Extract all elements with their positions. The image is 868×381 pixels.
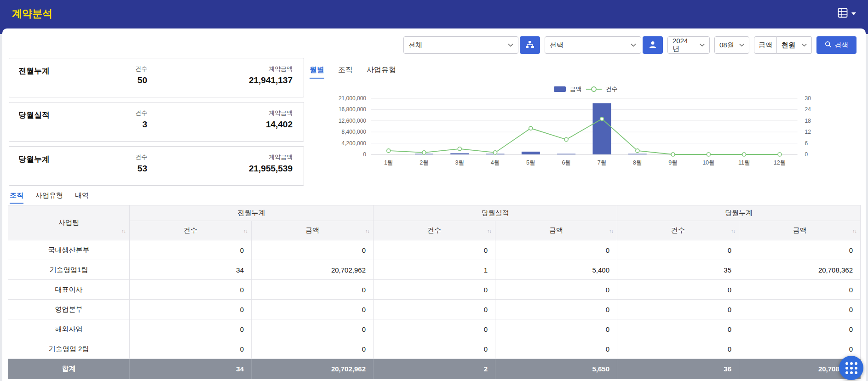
filter-bar: 전체 선택: [403, 36, 857, 54]
col-header-team[interactable]: 사업팀↑↓: [8, 205, 130, 240]
value-cell: 0: [374, 280, 495, 300]
year-select[interactable]: 2024 년: [667, 36, 710, 54]
app-launcher-button[interactable]: [839, 356, 863, 380]
chart-panel: 월별조직사업유형 금액 건수 004,200,00068,400,0001212…: [310, 65, 862, 181]
value-cell: 0: [617, 339, 739, 359]
table-row[interactable]: 영업본부000000: [8, 300, 861, 319]
user-select-value: 선택: [550, 41, 563, 50]
chart-line: [389, 119, 780, 154]
col-group-header: 전월누계: [130, 205, 374, 221]
table-row[interactable]: 기술영업 2팀000000: [8, 339, 861, 359]
chart-point[interactable]: [778, 153, 782, 156]
chart-point[interactable]: [564, 138, 568, 142]
org-tree-button[interactable]: [520, 36, 540, 54]
col-group-header: 당월실적: [374, 205, 617, 221]
chart-tab-2[interactable]: 사업유형: [367, 65, 396, 78]
team-cell: 기술영업1팀: [8, 260, 130, 280]
chart-point[interactable]: [671, 153, 675, 156]
table-sub-header-row: 건수↑↓금액↑↓건수↑↓금액↑↓건수↑↓금액↑↓: [8, 221, 861, 240]
x-axis-tick: 2월: [420, 159, 428, 166]
org-summary-table: 사업팀↑↓전월누계당월실적당월누계건수↑↓금액↑↓건수↑↓금액↑↓건수↑↓금액↑…: [8, 205, 861, 379]
user-filter-group: 선택: [545, 36, 663, 54]
chart-tab-0[interactable]: 월별: [310, 65, 324, 79]
sort-icon[interactable]: ↑↓: [731, 228, 735, 233]
chart-point[interactable]: [742, 153, 746, 156]
table-row[interactable]: 국내생산본부000000: [8, 240, 861, 260]
total-value: 36: [617, 359, 739, 379]
sort-icon[interactable]: ↑↓: [852, 228, 857, 233]
chevron-down-icon: [508, 43, 513, 47]
chart-bar[interactable]: [557, 154, 575, 154]
total-value: 2: [374, 359, 495, 379]
col-header-amount[interactable]: 금액↑↓: [252, 221, 374, 240]
sort-icon[interactable]: ↑↓: [243, 228, 247, 233]
org-select[interactable]: 전체: [403, 36, 518, 54]
x-axis-tick: 3월: [455, 159, 464, 166]
content-panel: 전체 선택: [2, 28, 866, 381]
y-axis-left-tick: 4,200,000: [342, 140, 367, 147]
chart-bar[interactable]: [592, 103, 611, 154]
value-cell: 0: [495, 240, 617, 260]
chart-point[interactable]: [422, 151, 426, 154]
y-axis-left-tick: 8,400,000: [342, 129, 367, 135]
card-title: 당월실적: [18, 110, 50, 120]
table-total-row: 합계3420,702,96225,6503620,708,612: [8, 359, 861, 379]
excel-export-button[interactable]: [837, 7, 856, 21]
org-table-wrap: 사업팀↑↓전월누계당월실적당월누계건수↑↓금액↑↓건수↑↓금액↑↓건수↑↓금액↑…: [8, 205, 860, 379]
amount-legend-label: 금액: [570, 85, 582, 93]
table-tab-0[interactable]: 조직: [10, 191, 23, 204]
person-button[interactable]: [643, 36, 663, 54]
org-select-value: 전체: [408, 41, 422, 50]
count-legend-label: 건수: [606, 85, 618, 93]
y-axis-right-tick: 18: [805, 118, 811, 124]
chart-point[interactable]: [494, 151, 497, 154]
chart-point[interactable]: [600, 117, 604, 121]
chart-point[interactable]: [707, 153, 710, 156]
unit-select-value: 천원: [782, 41, 795, 50]
search-button[interactable]: 검색: [816, 36, 857, 54]
chevron-down-icon: [700, 43, 705, 47]
table-tab-2[interactable]: 내역: [75, 191, 89, 204]
sort-icon[interactable]: ↑↓: [609, 228, 613, 233]
col-header-amount[interactable]: 금액↑↓: [739, 221, 861, 240]
month-select[interactable]: 08월: [714, 36, 749, 54]
table-tab-1[interactable]: 사업유형: [35, 191, 63, 204]
col-header-count[interactable]: 건수↑↓: [130, 221, 252, 240]
table-row[interactable]: 기술영업1팀3420,702,96215,4003520,708,362: [8, 260, 861, 280]
chart-bar[interactable]: [450, 154, 469, 154]
count-value: 53: [106, 164, 147, 174]
chart-point[interactable]: [387, 149, 391, 153]
sort-icon[interactable]: ↑↓: [121, 228, 126, 233]
user-select[interactable]: 선택: [545, 36, 641, 54]
chevron-down-icon: [851, 12, 856, 15]
col-header-amount[interactable]: 금액↑↓: [495, 221, 617, 240]
total-label: 합계: [8, 359, 130, 379]
value-cell: 5,400: [495, 260, 617, 280]
value-cell: 0: [252, 319, 374, 339]
x-axis-tick: 9월: [668, 159, 677, 166]
chart-bar[interactable]: [628, 154, 647, 155]
col-header-count[interactable]: 건수↑↓: [374, 221, 495, 240]
chart-point[interactable]: [458, 147, 461, 151]
chart-tab-1[interactable]: 조직: [338, 65, 353, 78]
team-cell: 대표이사: [8, 280, 130, 300]
value-cell: 0: [617, 240, 739, 260]
chart-bar[interactable]: [522, 152, 540, 154]
y-axis-left-tick: 21,000,000: [339, 95, 366, 102]
table-tabs: 조직사업유형내역: [10, 191, 89, 204]
month-select-value: 08월: [719, 41, 734, 50]
sort-icon[interactable]: ↑↓: [365, 228, 369, 233]
chart-point[interactable]: [529, 126, 533, 130]
value-cell: 0: [739, 280, 861, 300]
unit-select[interactable]: 천원: [777, 36, 812, 54]
table-row[interactable]: 대표이사000000: [8, 280, 861, 300]
summary-card-current-month-total: 당월누계 건수 53 계약금액 21,955,539: [9, 146, 304, 186]
total-value: 34: [130, 359, 252, 379]
sort-icon[interactable]: ↑↓: [487, 228, 491, 233]
value-cell: 0: [374, 300, 495, 319]
count-value: 3: [106, 119, 147, 130]
chart-point[interactable]: [636, 149, 639, 153]
amount-label: 계약금액: [249, 65, 293, 73]
table-row[interactable]: 해외사업000000: [8, 319, 861, 339]
col-header-count[interactable]: 건수↑↓: [617, 221, 739, 240]
